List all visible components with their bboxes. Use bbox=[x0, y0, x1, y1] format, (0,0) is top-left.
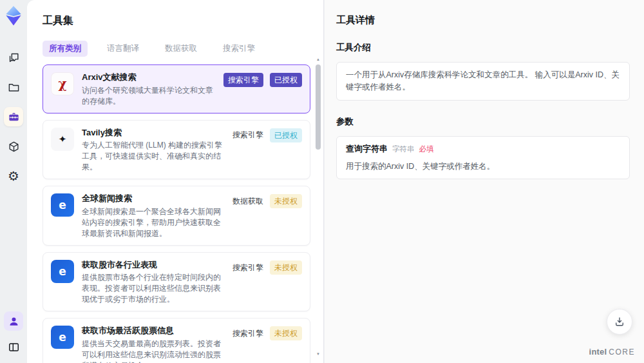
tool-name: 获取股市各行业表现 bbox=[82, 259, 227, 271]
scrollbar-track[interactable] bbox=[316, 62, 321, 351]
tool-description: 专为人工智能代理 (LLM) 构建的搜索引擎工具，可快速提供实时、准确和真实的结… bbox=[82, 140, 227, 173]
download-icon bbox=[614, 316, 625, 328]
tab-all-categories[interactable]: 所有类别 bbox=[43, 41, 88, 57]
cube-icon[interactable] bbox=[4, 137, 23, 156]
tab-search-engine[interactable]: 搜索引擎 bbox=[216, 41, 261, 57]
toolbox-icon[interactable] bbox=[4, 107, 23, 126]
tool-card-tavily[interactable]: ✦ Tavily搜索 专为人工智能代理 (LLM) 构建的搜索引擎工具，可快速提… bbox=[43, 120, 310, 180]
params-heading: 参数 bbox=[336, 116, 630, 128]
auth-badge: 未授权 bbox=[270, 194, 302, 208]
category-tabs: 所有类别 语言翻译 数据获取 搜索引擎 bbox=[43, 41, 323, 57]
tool-name: Arxiv文献搜索 bbox=[82, 71, 218, 84]
scrollbar-thumb[interactable] bbox=[316, 64, 321, 150]
param-type: 字符串 bbox=[392, 144, 415, 154]
chat-icon[interactable] bbox=[4, 48, 23, 67]
news-logo-icon: e bbox=[51, 193, 74, 217]
tool-name: Tavily搜索 bbox=[82, 126, 227, 139]
tool-name: 获取市场最活跃股票信息 bbox=[82, 324, 227, 337]
auth-badge: 未授权 bbox=[270, 260, 302, 275]
tool-name: 全球新闻搜索 bbox=[82, 192, 227, 205]
tool-description: 全球新闻搜索是一个聚合全球各大新闻网站内容的搜索引擎，帮助用户快速获取全球最新资… bbox=[82, 206, 227, 239]
param-description: 用于搜索的Arxiv ID、关键字或作者姓名。 bbox=[346, 161, 620, 173]
tool-list: χ Arxiv文献搜索 访问各个研究领域大量科学论文和文章的存储库。 搜索引擎 … bbox=[43, 64, 310, 363]
tool-description: 提供当天交易量最高的股票列表。投资者可以利用这些信息来识别流动性强的股票和潜在的… bbox=[82, 338, 227, 363]
page-title: 工具集 bbox=[43, 14, 323, 28]
tool-list-panel: 工具集 所有类别 语言翻译 数据获取 搜索引擎 χ Arxiv文献搜索 访问各个… bbox=[27, 0, 324, 363]
param-required-badge: 必填 bbox=[419, 144, 434, 154]
rail-nav: ⚙ bbox=[4, 48, 23, 186]
category-label: 搜索引擎 bbox=[232, 128, 263, 141]
tool-description: 提供股票市场各个行业在特定时间段内的表现。投资者可以利用这些信息来识别表现优于或… bbox=[82, 272, 227, 305]
scroll-down-icon[interactable]: ▼ bbox=[316, 351, 320, 357]
scrollbar[interactable]: ▲ ▼ bbox=[315, 57, 321, 357]
auth-badge: 已授权 bbox=[270, 73, 302, 87]
param-name: 查询字符串 bbox=[346, 143, 388, 155]
news-logo-icon: e bbox=[51, 326, 74, 349]
tool-card-active-stocks[interactable]: e 获取市场最活跃股票信息 提供当天交易量最高的股票列表。投资者可以利用这些信息… bbox=[43, 318, 310, 363]
tool-card-global-news[interactable]: e 全球新闻搜索 全球新闻搜索是一个聚合全球各大新闻网站内容的搜索引擎，帮助用户… bbox=[43, 186, 310, 246]
auth-badge: 未授权 bbox=[270, 326, 302, 340]
intro-heading: 工具介绍 bbox=[336, 42, 630, 54]
download-button[interactable] bbox=[607, 309, 632, 335]
tool-detail-panel: 工具详情 工具介绍 一个用于从Arxiv存储库搜索科学论文和文章的工具。 输入可… bbox=[325, 0, 644, 363]
category-label: 数据获取 bbox=[232, 195, 263, 208]
category-label: 搜索引擎 bbox=[232, 327, 263, 340]
tool-card-sector-performance[interactable]: e 获取股市各行业表现 提供股票市场各个行业在特定时间段内的表现。投资者可以利用… bbox=[43, 252, 310, 312]
news-logo-icon: e bbox=[51, 260, 74, 283]
folder-icon[interactable] bbox=[4, 77, 23, 97]
left-rail: ⚙ bbox=[0, 0, 27, 363]
detail-title: 工具详情 bbox=[336, 14, 630, 26]
scroll-up-icon[interactable]: ▲ bbox=[316, 57, 320, 62]
intel-core-logo: intel core bbox=[589, 347, 635, 357]
tab-data-fetch[interactable]: 数据获取 bbox=[158, 41, 204, 57]
rail-bottom bbox=[4, 311, 23, 357]
panel-toggle-icon[interactable] bbox=[4, 337, 23, 357]
app-logo-icon bbox=[5, 5, 23, 26]
auth-badge: 已授权 bbox=[270, 128, 302, 142]
intro-text: 一个用于从Arxiv存储库搜索科学论文和文章的工具。 输入可以是Arxiv ID… bbox=[346, 69, 620, 93]
arxiv-logo-icon: χ bbox=[51, 72, 74, 95]
tool-card-arxiv[interactable]: χ Arxiv文献搜索 访问各个研究领域大量科学论文和文章的存储库。 搜索引擎 … bbox=[43, 64, 310, 113]
param-card: 查询字符串 字符串 必填 用于搜索的Arxiv ID、关键字或作者姓名。 bbox=[336, 136, 630, 180]
tab-language-translation[interactable]: 语言翻译 bbox=[100, 41, 146, 57]
user-avatar-icon[interactable] bbox=[4, 311, 23, 331]
settings-gear-icon[interactable]: ⚙ bbox=[4, 166, 23, 186]
tavily-star-icon: ✦ bbox=[51, 128, 74, 151]
category-label: 搜索引擎 bbox=[232, 261, 263, 274]
tool-description: 访问各个研究领域大量科学论文和文章的存储库。 bbox=[82, 85, 218, 107]
category-badge: 搜索引擎 bbox=[223, 73, 263, 87]
